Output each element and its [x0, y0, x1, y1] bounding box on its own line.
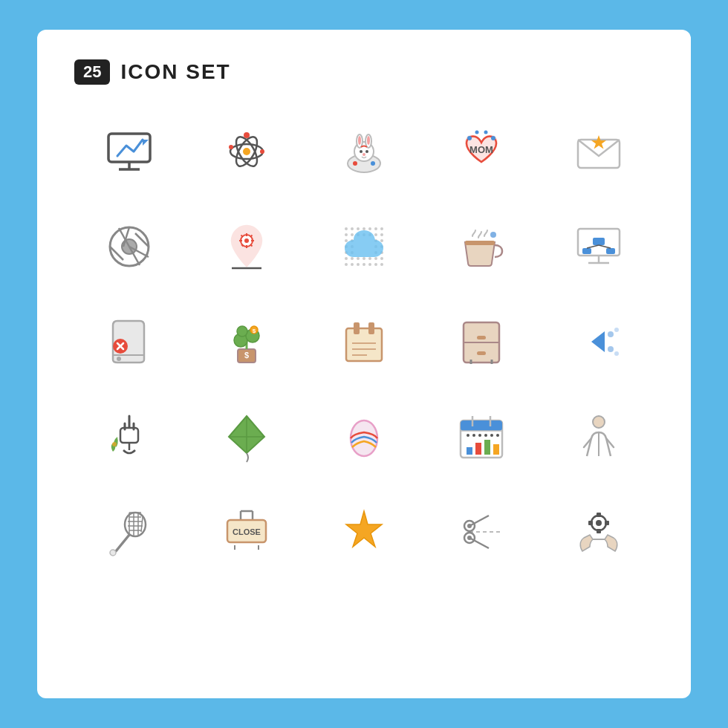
svg-rect-118: [477, 336, 486, 339]
svg-point-132: [112, 442, 117, 446]
svg-point-9: [260, 149, 264, 154]
svg-rect-185: [597, 529, 601, 533]
svg-rect-112: [368, 322, 374, 334]
svg-point-84: [363, 263, 365, 266]
svg-point-123: [608, 331, 614, 337]
svg-rect-144: [484, 440, 490, 455]
svg-point-60: [374, 233, 377, 236]
svg-text:CLOSE: CLOSE: [233, 527, 261, 536]
svg-rect-119: [477, 351, 486, 355]
svg-rect-88: [465, 241, 495, 245]
svg-point-148: [478, 434, 481, 437]
svg-rect-110: [346, 328, 382, 361]
icon-location-settings: [192, 207, 302, 287]
svg-point-106: [237, 326, 247, 337]
svg-point-126: [614, 351, 619, 356]
icon-badminton: [74, 492, 184, 572]
svg-rect-145: [493, 444, 499, 455]
svg-point-166: [110, 550, 116, 556]
svg-rect-184: [597, 513, 601, 517]
svg-text:$: $: [244, 351, 249, 360]
svg-point-51: [363, 227, 365, 230]
icon-notepad-box: [309, 302, 419, 382]
icon-starfish: [309, 492, 419, 572]
svg-rect-94: [582, 248, 591, 254]
svg-point-54: [380, 227, 383, 230]
main-card: 25 ICON SET: [37, 30, 691, 698]
svg-point-79: [374, 257, 377, 260]
svg-point-87: [380, 263, 383, 266]
icon-network-monitor: [544, 207, 654, 287]
svg-marker-122: [591, 331, 605, 352]
svg-point-55: [345, 233, 348, 236]
icon-monitor-growth: [74, 111, 184, 192]
icon-star-mail: [544, 111, 654, 192]
icon-count: 25: [74, 59, 110, 85]
svg-marker-174: [346, 511, 382, 547]
icon-grid: MOM: [74, 111, 654, 572]
svg-point-38: [244, 238, 249, 243]
icon-mom-heart: MOM: [426, 111, 536, 192]
svg-point-21: [371, 161, 375, 166]
header: 25 ICON SET: [74, 59, 654, 85]
page-title: ICON SET: [120, 60, 230, 84]
svg-point-155: [125, 513, 146, 536]
svg-line-165: [116, 535, 129, 551]
svg-point-56: [351, 233, 354, 236]
icon-tea-cup: [426, 207, 536, 287]
svg-point-62: [345, 239, 348, 242]
svg-point-15: [358, 136, 361, 145]
svg-point-180: [467, 524, 472, 528]
svg-rect-93: [593, 238, 605, 245]
svg-point-82: [351, 263, 354, 266]
svg-point-17: [360, 150, 363, 153]
svg-point-125: [608, 346, 614, 352]
svg-point-19: [363, 153, 365, 156]
svg-point-147: [472, 434, 475, 437]
svg-point-23: [467, 136, 472, 140]
svg-point-81: [345, 263, 348, 266]
svg-point-65: [380, 239, 383, 242]
svg-rect-143: [475, 443, 481, 455]
svg-rect-142: [467, 447, 472, 455]
svg-point-99: [117, 357, 121, 361]
icon-cloud-dots: [309, 207, 419, 287]
icon-arrow-left-dots: [544, 302, 654, 382]
svg-point-78: [368, 257, 371, 260]
svg-point-183: [596, 520, 602, 526]
svg-point-25: [475, 131, 479, 134]
icon-easter-egg: [309, 397, 419, 477]
svg-point-4: [243, 148, 250, 155]
svg-point-53: [374, 227, 377, 230]
svg-point-76: [357, 257, 360, 260]
svg-point-152: [593, 416, 605, 428]
svg-rect-128: [120, 428, 138, 443]
svg-point-136: [351, 420, 377, 456]
icon-scissors-cut: [426, 492, 536, 572]
svg-point-50: [357, 227, 360, 230]
svg-point-10: [229, 145, 233, 149]
svg-point-24: [491, 136, 495, 140]
svg-point-20: [353, 161, 357, 166]
svg-point-83: [357, 263, 360, 266]
svg-rect-186: [588, 521, 593, 525]
icon-drawer-cabinet: [426, 302, 536, 382]
svg-point-89: [490, 232, 496, 238]
svg-point-61: [380, 233, 383, 236]
svg-point-181: [467, 536, 472, 540]
svg-point-75: [351, 257, 354, 260]
svg-point-49: [351, 227, 354, 230]
svg-point-8: [244, 132, 250, 138]
svg-rect-111: [354, 322, 360, 334]
icon-human-figure: [544, 397, 654, 477]
icon-easter-bunny: [309, 111, 419, 192]
icon-close-sign: CLOSE: [192, 492, 302, 572]
svg-point-77: [363, 257, 365, 260]
svg-text:$: $: [253, 328, 256, 334]
svg-point-80: [380, 257, 383, 260]
icon-eco-plug: [74, 397, 184, 477]
svg-rect-187: [605, 521, 609, 525]
svg-point-149: [484, 434, 487, 437]
icon-book-delete: [74, 302, 184, 382]
svg-point-150: [490, 434, 493, 437]
